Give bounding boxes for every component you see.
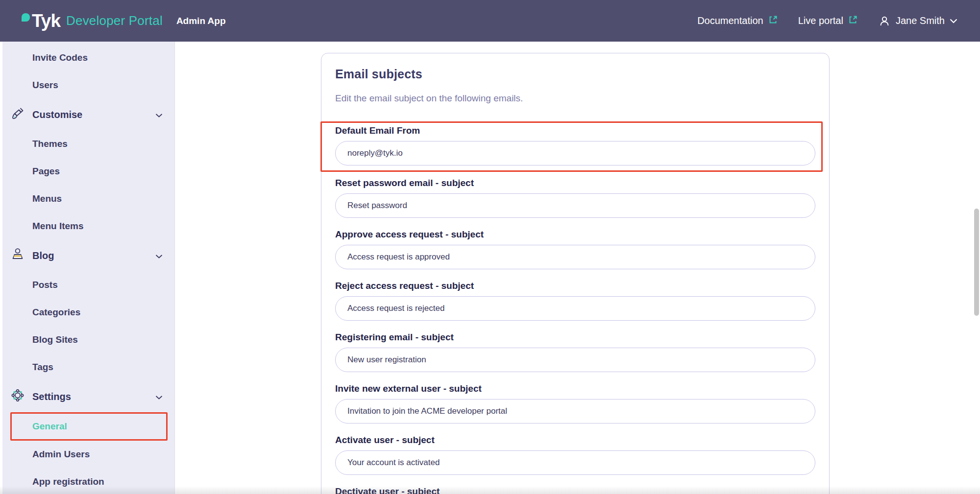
field-label: Dectivate user - subject — [335, 486, 814, 494]
form-field: Dectivate user - subject — [335, 486, 814, 494]
user-name: Jane Smith — [896, 15, 945, 26]
field-label: Registering email - subject — [335, 332, 814, 343]
sidebar-item-label: Menus — [32, 193, 62, 204]
form-field: Reset password email - subject — [335, 178, 814, 218]
sidebar-item-label: Customise — [32, 109, 82, 120]
card-subtitle: Edit the email subject on the following … — [335, 93, 814, 104]
field-input[interactable] — [335, 245, 815, 269]
field-input[interactable] — [335, 141, 815, 165]
sidebar-item-label: Categories — [32, 307, 80, 318]
sidebar-item[interactable]: Menu Items — [2, 212, 174, 240]
form-field: Reject access request - subject — [335, 281, 814, 321]
sidebar-item[interactable]: Menus — [2, 185, 174, 212]
vertical-scrollbar[interactable] — [974, 209, 979, 316]
sidebar-item-label: Admin Users — [32, 449, 90, 460]
chevron-down-icon[interactable] — [155, 109, 163, 120]
form-field: Activate user - subject — [335, 435, 814, 475]
field-input[interactable] — [335, 193, 815, 218]
external-link-label: Documentation — [697, 15, 763, 26]
form-field: Default Email From — [320, 121, 823, 172]
field-label: Approve access request - subject — [335, 229, 814, 240]
blogger-icon — [10, 247, 25, 265]
external-links: Documentation Live portal — [697, 15, 858, 27]
email-subjects-card: Email subjects Edit the email subject on… — [321, 53, 830, 494]
external-link[interactable]: Documentation — [697, 15, 778, 27]
sidebar-item-label: Invite Codes — [32, 52, 88, 63]
main-content: Email subjects Edit the email subject on… — [175, 42, 980, 494]
sidebar-item[interactable]: General — [10, 412, 168, 441]
paintbrush-icon — [10, 106, 25, 124]
form-field: Registering email - subject — [335, 332, 814, 372]
sidebar-item-label: Blog Sites — [32, 334, 78, 345]
sidebar-item[interactable]: Users — [2, 71, 174, 99]
chevron-down-icon[interactable] — [155, 250, 163, 261]
brand: Tyk Developer Portal Admin App — [22, 11, 226, 31]
sidebar-item-label: Themes — [32, 139, 68, 149]
tyk-leaf-icon — [22, 13, 30, 22]
field-label: Default Email From — [335, 125, 814, 136]
field-input[interactable] — [335, 296, 815, 321]
sidebar-item-label: General — [32, 421, 67, 432]
sidebar-item-label: App registration — [32, 476, 104, 487]
sidebar-item-label: Users — [32, 80, 58, 91]
user-menu[interactable]: Jane Smith — [878, 15, 957, 27]
external-link-label: Live portal — [798, 15, 843, 26]
sidebar-item-label: Settings — [32, 391, 71, 402]
form-field: Invite new external user - subject — [335, 383, 814, 423]
sidebar: Invite Codes Users — [2, 42, 175, 494]
sidebar-item-label: Tags — [32, 362, 53, 373]
product-name: Developer Portal — [66, 13, 163, 28]
sidebar-item[interactable]: Admin Users — [2, 441, 174, 468]
card-title: Email subjects — [335, 67, 814, 81]
field-label: Reject access request - subject — [335, 281, 814, 291]
field-input[interactable] — [335, 450, 815, 475]
sidebar-nav: Invite Codes Users — [2, 42, 174, 494]
sidebar-item[interactable]: Invite Codes — [2, 44, 174, 71]
sidebar-item-label: Menu Items — [32, 221, 84, 232]
email-subject-fields: Default Email From Reset password email … — [335, 121, 814, 494]
field-label: Activate user - subject — [335, 435, 814, 446]
form-field: Approve access request - subject — [335, 229, 814, 269]
app-name: Admin App — [176, 16, 226, 26]
sidebar-item[interactable]: Pages — [2, 158, 174, 185]
sidebar-item[interactable]: Posts — [2, 271, 174, 299]
sidebar-item[interactable]: Blog — [2, 240, 174, 271]
top-nav: Tyk Developer Portal Admin App Documenta… — [0, 0, 980, 42]
field-label: Invite new external user - subject — [335, 383, 814, 394]
sidebar-item-label: Pages — [32, 166, 60, 177]
external-link-icon — [768, 15, 778, 27]
field-input[interactable] — [335, 348, 815, 372]
chevron-down-icon — [950, 19, 957, 24]
field-label: Reset password email - subject — [335, 178, 814, 188]
external-link-icon — [848, 15, 858, 27]
field-input[interactable] — [335, 399, 815, 423]
sidebar-item[interactable]: Blog Sites — [2, 326, 174, 353]
chevron-down-icon[interactable] — [155, 391, 163, 402]
sidebar-item[interactable]: Themes — [2, 130, 174, 158]
sidebar-item[interactable]: Customise — [2, 99, 174, 130]
user-icon — [878, 15, 891, 27]
sidebar-item[interactable]: App registration — [2, 468, 174, 494]
tyk-logo: Tyk — [32, 11, 60, 31]
sidebar-item-label: Posts — [32, 280, 58, 290]
external-link[interactable]: Live portal — [798, 15, 858, 27]
sidebar-item[interactable]: Settings — [2, 381, 174, 412]
top-right-nav: Documentation Live portal — [697, 15, 957, 27]
sidebar-item[interactable]: Tags — [2, 353, 174, 381]
sidebar-item-label: Blog — [32, 250, 54, 261]
sidebar-item[interactable]: Categories — [2, 299, 174, 326]
gear-icon — [10, 388, 25, 406]
